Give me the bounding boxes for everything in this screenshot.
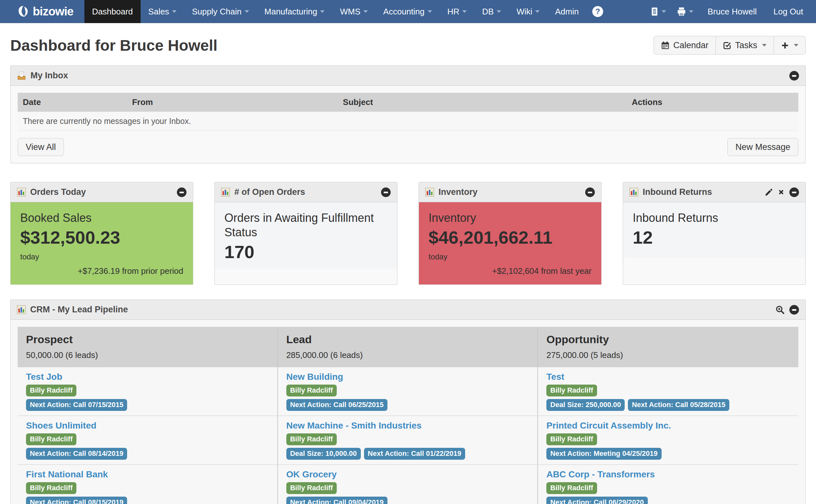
nav-user-menu[interactable]: Bruce Howell (699, 0, 766, 23)
collapse-icon[interactable] (789, 187, 799, 197)
add-widget-button[interactable] (774, 36, 806, 55)
inbox-column-subject[interactable]: Subject (338, 93, 627, 112)
lead-title-link[interactable]: OK Grocery (286, 469, 337, 480)
nav-item-admin[interactable]: Admin (547, 0, 586, 23)
nav-item-sales[interactable]: Sales (141, 0, 184, 23)
new-message-button[interactable]: New Message (727, 138, 798, 156)
chevron-down-icon (428, 10, 432, 13)
collapse-icon[interactable] (381, 187, 391, 197)
chevron-down-icon (462, 10, 467, 13)
inbox-column-from[interactable]: From (127, 93, 338, 112)
nav-item-wiki[interactable]: Wiki (509, 0, 547, 23)
lead-title-link[interactable]: First National Bank (26, 469, 108, 480)
stage-summary: 50,000.00 (6 leads) (26, 350, 269, 360)
chevron-down-icon (794, 44, 798, 47)
stage-header-lead: Lead 285,000.00 (6 leads) (278, 327, 538, 367)
brand-logo[interactable]: bizowie (0, 0, 84, 23)
card-header: Inventory (419, 182, 601, 202)
chevron-down-icon (497, 10, 501, 13)
printer-icon (676, 6, 687, 17)
inbox-table: Date From Subject Actions There are curr… (18, 93, 798, 131)
next-action-badge: Next Action: Call 06/25/2015 (286, 399, 387, 411)
bizowie-logo-icon (17, 5, 30, 18)
page-header: Dashboard for Bruce Howell Calendar (10, 36, 806, 55)
crm-pipeline-panel: CRM - My Lead Pipeline Prospect 50,000.0… (10, 300, 806, 504)
inbox-panel: My Inbox Date From Subject Actions There… (10, 65, 806, 163)
nav-item-accounting[interactable]: Accounting (376, 0, 440, 23)
inbox-column-date[interactable]: Date (18, 93, 127, 112)
card-period: today (429, 252, 592, 261)
lead-title-link[interactable]: ABC Corp - Transformers (546, 469, 655, 480)
lead-title-link[interactable]: Printed Circuit Assembly Inc. (546, 421, 671, 431)
nav-item-label: Accounting (383, 7, 425, 17)
lead-title-link[interactable]: Test (546, 372, 564, 382)
lead-title-link[interactable]: Test Job (26, 372, 62, 382)
card-body: Inventory $46,201,662.11 today +$2,102,6… (419, 202, 601, 284)
card-value: 12 (633, 227, 796, 248)
zoom-in-icon[interactable] (775, 305, 785, 315)
nav-item-label: HR (447, 7, 460, 17)
owner-badge: Billy Radcliff (26, 385, 76, 396)
nav-item-label: WMS (340, 7, 360, 17)
inbox-empty-row: There are currently no messages in your … (18, 112, 798, 131)
inventory-card: Inventory Inventory $46,201,662.11 today… (419, 182, 602, 285)
next-action-badge: Next Action: Meeting 04/25/2019 (546, 448, 661, 460)
card-header: # of Open Orders (215, 182, 397, 202)
lead-title-link[interactable]: New Building (286, 372, 343, 382)
calendar-icon (661, 41, 670, 50)
reports-menu-button[interactable] (645, 0, 671, 23)
view-all-button[interactable]: View All (18, 138, 64, 156)
card-heading: Orders in Awaiting Fulfillment Status (224, 211, 387, 239)
lead-title-link[interactable]: Shoes Unlimited (26, 421, 96, 431)
nav-logout[interactable]: Log Out (766, 0, 816, 23)
inbox-panel-title: My Inbox (30, 71, 785, 81)
lead-card: First National Bank Billy Radcliff Next … (18, 465, 278, 504)
card-heading: Booked Sales (20, 211, 183, 225)
brand-name: bizowie (33, 5, 74, 18)
chevron-down-icon (689, 10, 693, 13)
nav-spacer (609, 0, 645, 23)
owner-badge: Billy Radcliff (26, 433, 76, 445)
bar-chart-icon (17, 305, 26, 314)
card-body: Orders in Awaiting Fulfillment Status 17… (215, 202, 397, 269)
chevron-down-icon (762, 44, 767, 47)
collapse-icon[interactable] (585, 187, 595, 197)
nav-item-hr[interactable]: HR (440, 0, 475, 23)
nav-item-db[interactable]: DB (474, 0, 509, 23)
stage-summary: 285,000.00 (6 leads) (286, 350, 529, 360)
owner-badge: Billy Radcliff (546, 385, 597, 396)
help-icon[interactable]: ? (592, 6, 603, 17)
close-icon[interactable] (777, 188, 785, 196)
nav-item-wms[interactable]: WMS (332, 0, 376, 23)
card-body: Inbound Returns 12 (623, 202, 805, 257)
nav-item-supply-chain[interactable]: Supply Chain (184, 0, 257, 23)
lead-title-link[interactable]: New Machine - Smith Industries (286, 421, 422, 431)
stage-name: Opportunity (546, 333, 790, 346)
next-action-badge: Next Action: Call 07/15/2015 (26, 399, 127, 411)
collapse-icon[interactable] (789, 305, 799, 315)
bar-chart-icon (17, 188, 26, 196)
nav-item-label: Dashboard (92, 7, 133, 17)
tasks-button-label: Tasks (735, 40, 757, 50)
inbox-footer: View All New Message (11, 131, 805, 163)
collapse-icon[interactable] (789, 71, 799, 81)
nav-item-manufacturing[interactable]: Manufacturing (257, 0, 333, 23)
lead-card: Test Job Billy Radcliff Next Action: Cal… (18, 367, 278, 416)
tasks-button[interactable]: Tasks (716, 36, 774, 55)
chevron-down-icon (363, 10, 368, 13)
stage-header-prospect: Prospect 50,000.00 (6 leads) (18, 327, 278, 367)
user-name: Bruce Howell (707, 7, 757, 17)
orders-today-card: Orders Today Booked Sales $312,500.23 to… (10, 182, 193, 285)
owner-badge: Billy Radcliff (546, 433, 597, 445)
stage-header-opportunity: Opportunity 275,000.00 (5 leads) (538, 327, 798, 367)
crm-panel-header: CRM - My Lead Pipeline (11, 300, 805, 320)
inbox-column-actions[interactable]: Actions (627, 93, 798, 112)
collapse-icon[interactable] (177, 187, 187, 197)
stage-summary: 275,000.00 (5 leads) (546, 350, 790, 360)
nav-item-dashboard[interactable]: Dashboard (84, 0, 141, 23)
edit-pencil-icon[interactable] (765, 188, 773, 196)
calendar-button[interactable]: Calendar (654, 36, 716, 55)
print-menu-button[interactable] (671, 0, 699, 23)
owner-badge: Billy Radcliff (26, 482, 76, 494)
lead-card: Printed Circuit Assembly Inc. Billy Radc… (538, 416, 798, 465)
